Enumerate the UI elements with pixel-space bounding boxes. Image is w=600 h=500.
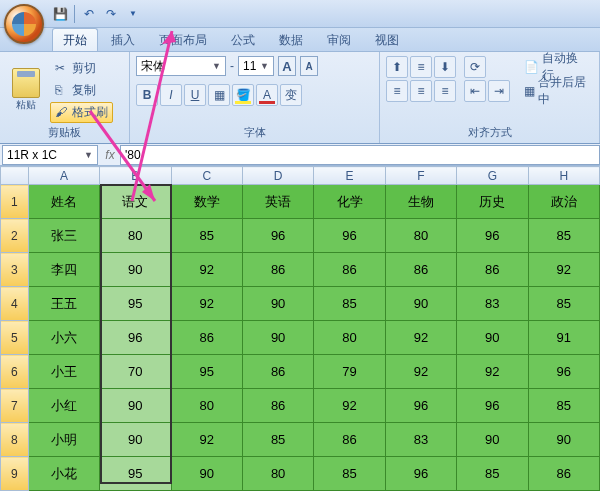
cut-button[interactable]: ✂剪切 bbox=[50, 58, 113, 79]
align-center-button[interactable]: ≡ bbox=[410, 80, 432, 102]
align-top-button[interactable]: ⬆ bbox=[386, 56, 408, 78]
cell[interactable]: 92 bbox=[528, 253, 600, 287]
save-icon[interactable]: 💾 bbox=[52, 6, 68, 22]
cell[interactable]: 85 bbox=[314, 287, 385, 321]
cell[interactable]: 96 bbox=[528, 355, 600, 389]
cell-header[interactable]: 化学 bbox=[314, 185, 385, 219]
cell[interactable]: 83 bbox=[457, 287, 528, 321]
cell[interactable]: 86 bbox=[314, 423, 385, 457]
formula-input[interactable]: '80 bbox=[120, 145, 600, 165]
cell[interactable]: 96 bbox=[457, 219, 528, 253]
cell[interactable]: 92 bbox=[171, 287, 242, 321]
fill-color-button[interactable]: 🪣 bbox=[232, 84, 254, 106]
cell[interactable]: 张三 bbox=[28, 219, 99, 253]
cell[interactable]: 90 bbox=[457, 321, 528, 355]
cell-header[interactable]: 语文 bbox=[100, 185, 171, 219]
cell[interactable]: 86 bbox=[171, 321, 242, 355]
cell-header[interactable]: 历史 bbox=[457, 185, 528, 219]
cell[interactable]: 90 bbox=[171, 457, 242, 491]
cell-header[interactable]: 生物 bbox=[385, 185, 456, 219]
paste-button[interactable]: 粘贴 bbox=[6, 56, 46, 124]
cell[interactable]: 小六 bbox=[28, 321, 99, 355]
cell-header[interactable]: 英语 bbox=[242, 185, 313, 219]
phonetic-button[interactable]: 变 bbox=[280, 84, 302, 106]
row-header-2[interactable]: 2 bbox=[1, 219, 29, 253]
tab-6[interactable]: 视图 bbox=[364, 28, 410, 51]
font-family-combo[interactable]: 宋体▼ bbox=[136, 56, 226, 76]
cell[interactable]: 96 bbox=[314, 219, 385, 253]
align-bottom-button[interactable]: ⬇ bbox=[434, 56, 456, 78]
cell[interactable]: 李四 bbox=[28, 253, 99, 287]
cell[interactable]: 92 bbox=[314, 389, 385, 423]
cell[interactable]: 小红 bbox=[28, 389, 99, 423]
decrease-indent-button[interactable]: ⇤ bbox=[464, 80, 486, 102]
cell[interactable]: 90 bbox=[242, 287, 313, 321]
cell[interactable]: 85 bbox=[528, 219, 600, 253]
cell[interactable]: 86 bbox=[528, 457, 600, 491]
col-header-H[interactable]: H bbox=[528, 167, 600, 185]
cell[interactable]: 95 bbox=[100, 287, 171, 321]
cell[interactable]: 90 bbox=[457, 423, 528, 457]
cell[interactable]: 80 bbox=[100, 219, 171, 253]
row-header-9[interactable]: 9 bbox=[1, 457, 29, 491]
cell[interactable]: 86 bbox=[314, 253, 385, 287]
worksheet[interactable]: ABCDEFGH1姓名语文数学英语化学生物历史政治2张三808596968096… bbox=[0, 166, 600, 491]
increase-font-button[interactable]: A bbox=[278, 56, 296, 76]
cell[interactable]: 91 bbox=[528, 321, 600, 355]
cell[interactable]: 92 bbox=[171, 423, 242, 457]
cell[interactable]: 95 bbox=[100, 457, 171, 491]
cell[interactable]: 86 bbox=[242, 253, 313, 287]
cell[interactable]: 83 bbox=[385, 423, 456, 457]
cell[interactable]: 80 bbox=[242, 457, 313, 491]
office-button[interactable] bbox=[4, 4, 44, 44]
cell[interactable]: 80 bbox=[314, 321, 385, 355]
cell-header[interactable]: 姓名 bbox=[28, 185, 99, 219]
cell[interactable]: 95 bbox=[171, 355, 242, 389]
cell[interactable]: 86 bbox=[385, 253, 456, 287]
row-header-7[interactable]: 7 bbox=[1, 389, 29, 423]
align-middle-button[interactable]: ≡ bbox=[410, 56, 432, 78]
row-header-6[interactable]: 6 bbox=[1, 355, 29, 389]
cell[interactable]: 90 bbox=[100, 389, 171, 423]
col-header-A[interactable]: A bbox=[28, 167, 99, 185]
increase-indent-button[interactable]: ⇥ bbox=[488, 80, 510, 102]
align-left-button[interactable]: ≡ bbox=[386, 80, 408, 102]
tab-2[interactable]: 页面布局 bbox=[148, 28, 218, 51]
merge-center-button[interactable]: ▦合并后居中 bbox=[520, 80, 593, 102]
cell[interactable]: 96 bbox=[385, 389, 456, 423]
cell[interactable]: 96 bbox=[242, 219, 313, 253]
copy-button[interactable]: ⎘复制 bbox=[50, 80, 113, 101]
italic-button[interactable]: I bbox=[160, 84, 182, 106]
cell[interactable]: 85 bbox=[528, 389, 600, 423]
cell[interactable]: 92 bbox=[457, 355, 528, 389]
col-header-B[interactable]: B bbox=[100, 167, 171, 185]
tab-3[interactable]: 公式 bbox=[220, 28, 266, 51]
cell[interactable]: 80 bbox=[385, 219, 456, 253]
cell[interactable]: 92 bbox=[385, 321, 456, 355]
cell[interactable]: 85 bbox=[314, 457, 385, 491]
cell[interactable]: 90 bbox=[242, 321, 313, 355]
row-header-3[interactable]: 3 bbox=[1, 253, 29, 287]
orientation-button[interactable]: ⟳ bbox=[464, 56, 486, 78]
qat-dropdown-icon[interactable]: ▼ bbox=[125, 6, 141, 22]
cell[interactable]: 85 bbox=[242, 423, 313, 457]
cell[interactable]: 86 bbox=[242, 355, 313, 389]
cell[interactable]: 85 bbox=[171, 219, 242, 253]
cell[interactable]: 79 bbox=[314, 355, 385, 389]
row-header-1[interactable]: 1 bbox=[1, 185, 29, 219]
decrease-font-button[interactable]: A bbox=[300, 56, 318, 76]
border-button[interactable]: ▦ bbox=[208, 84, 230, 106]
cell[interactable]: 90 bbox=[385, 287, 456, 321]
cell[interactable]: 86 bbox=[457, 253, 528, 287]
col-header-E[interactable]: E bbox=[314, 167, 385, 185]
select-all-corner[interactable] bbox=[1, 167, 29, 185]
cell[interactable]: 90 bbox=[528, 423, 600, 457]
cell[interactable]: 王五 bbox=[28, 287, 99, 321]
cell[interactable]: 96 bbox=[457, 389, 528, 423]
col-header-G[interactable]: G bbox=[457, 167, 528, 185]
cell[interactable]: 85 bbox=[528, 287, 600, 321]
cell[interactable]: 小明 bbox=[28, 423, 99, 457]
row-header-4[interactable]: 4 bbox=[1, 287, 29, 321]
tab-4[interactable]: 数据 bbox=[268, 28, 314, 51]
cell[interactable]: 小王 bbox=[28, 355, 99, 389]
